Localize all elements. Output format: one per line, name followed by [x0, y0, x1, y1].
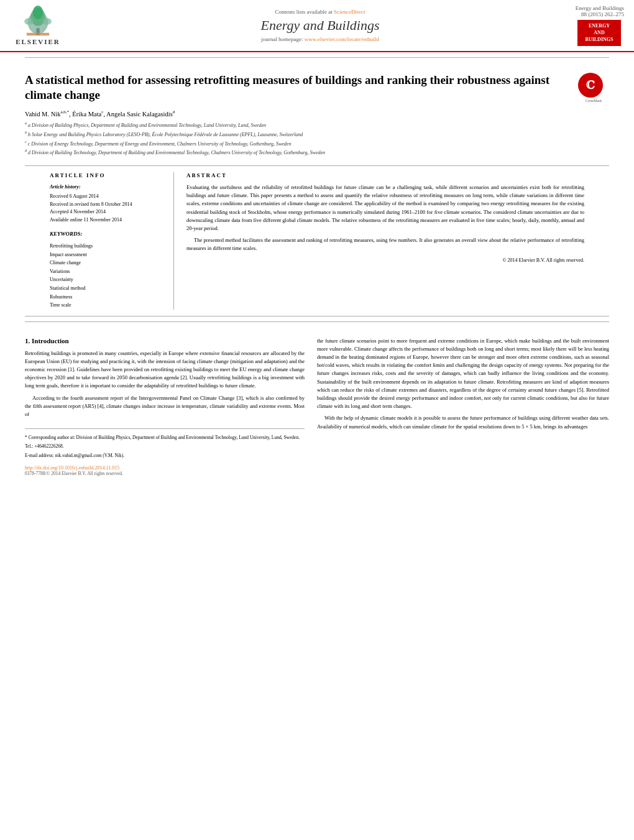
tel-line: Tel.: +46462226268. [25, 443, 305, 450]
corresponding-author: * Corresponding author at: Division of B… [25, 434, 305, 441]
section-divider [25, 321, 609, 322]
journal-ref-top: Energy and Buildings 88 (2015) 262–275 [574, 5, 624, 17]
svg-point-3 [33, 6, 43, 19]
main-content: 1. Introduction Retrofitting buildings i… [0, 327, 634, 486]
svg-rect-6 [27, 32, 49, 35]
keyword-item: Robustness [50, 293, 163, 302]
crossmark-icon: ℂ [578, 73, 603, 98]
svg-point-5 [42, 18, 52, 25]
intro-para-2: According to the fourth assessment repor… [25, 394, 305, 419]
abstract-col: ABSTRACT Evaluating the usefulness and t… [186, 172, 584, 310]
keyword-item: Statistical method [50, 284, 163, 293]
keywords-title: Keywords: [50, 231, 163, 237]
energy-logo-box: ENERGY AND BUILDINGS [577, 20, 621, 46]
right-body: the future climate scenarios point to mo… [317, 337, 609, 431]
email-line: E-mail address: nik.vahid.m@gmail.com (V… [25, 452, 305, 459]
email-link[interactable]: nik.vahid.m@gmail.com [55, 453, 102, 458]
intro-heading: 1. Introduction [25, 337, 305, 344]
footnote-section: * Corresponding author at: Division of B… [25, 428, 305, 476]
journal-center: Contents lists available at ScienceDirec… [66, 9, 574, 42]
journal-title-header: Energy and Buildings [66, 17, 574, 34]
crossmark-badge: ℂ CrossMark [578, 73, 609, 104]
issn-line: 0378-7788/© 2014 Elsevier B.V. All right… [25, 471, 305, 476]
keyword-item: Variations [50, 267, 163, 276]
article-info-title: ARTICLE INFO [50, 172, 163, 178]
article-history: Article history: Received 6 August 2014 … [50, 183, 163, 224]
right-para-1: the future climate scenarios point to mo… [317, 337, 609, 411]
abstract-para-2: The presented method facilitates the ass… [186, 236, 584, 252]
journal-header: ELSEVIER Contents lists available at Sci… [0, 0, 634, 52]
intro-para-1: Retrofitting buildings is promoted in ma… [25, 349, 305, 390]
authors-line: Vahid M. Nika,b,*, Érika Matac, Angela S… [25, 109, 609, 118]
svg-point-4 [24, 18, 34, 25]
keywords-section: Keywords: Retrofitting buildings Impact … [50, 231, 163, 310]
article-title: A statistical method for assessing retro… [25, 73, 609, 103]
keyword-item: Time scale [50, 301, 163, 310]
sciencedirect-link[interactable]: ScienceDirect [334, 9, 365, 15]
keyword-item: Uncertainty [50, 275, 163, 284]
elsevier-text: ELSEVIER [16, 38, 60, 45]
sciencedirect-label: Contents lists available at ScienceDirec… [66, 9, 574, 15]
elsevier-logo: ELSEVIER [10, 6, 66, 45]
affiliations: a a Division of Building Physics, Depart… [25, 121, 609, 157]
header-divider [25, 57, 609, 58]
footnotes: * Corresponding author at: Division of B… [25, 434, 305, 459]
abstract-title: ABSTRACT [186, 172, 584, 178]
svg-text:ℂ: ℂ [586, 79, 595, 91]
info-abstract-section: ARTICLE INFO Article history: Received 6… [25, 165, 609, 316]
abstract-para-1: Evaluating the usefulness and the reliab… [186, 183, 584, 233]
intro-body: Retrofitting buildings is promoted in ma… [25, 349, 305, 418]
left-col: 1. Introduction Retrofitting buildings i… [25, 337, 305, 476]
keyword-item: Impact assessment [50, 251, 163, 259]
keywords-list: Retrofitting buildings Impact assessment… [50, 242, 163, 310]
homepage-link[interactable]: www.elsevier.com/locate/enbuild [305, 36, 379, 42]
doi-link[interactable]: http://dx.doi.org/10.1016/j.enbuild.2014… [25, 465, 119, 471]
keyword-item: Retrofitting buildings [50, 242, 163, 251]
abstract-text: Evaluating the usefulness and the reliab… [186, 183, 584, 252]
article-header: A statistical method for assessing retro… [0, 63, 634, 166]
article-info-col: ARTICLE INFO Article history: Received 6… [50, 172, 174, 310]
right-para-2: With the help of dynamic climate models … [317, 414, 609, 430]
article-title-wrapper: A statistical method for assessing retro… [25, 73, 609, 103]
right-col: the future climate scenarios point to mo… [317, 337, 609, 476]
keyword-item: Climate change [50, 259, 163, 267]
journal-logo-right: Energy and Buildings 88 (2015) 262–275 E… [574, 5, 624, 46]
homepage-line: journal homepage: www.elsevier.com/locat… [66, 36, 574, 42]
copyright-line: © 2014 Elsevier B.V. All rights reserved… [186, 257, 584, 263]
